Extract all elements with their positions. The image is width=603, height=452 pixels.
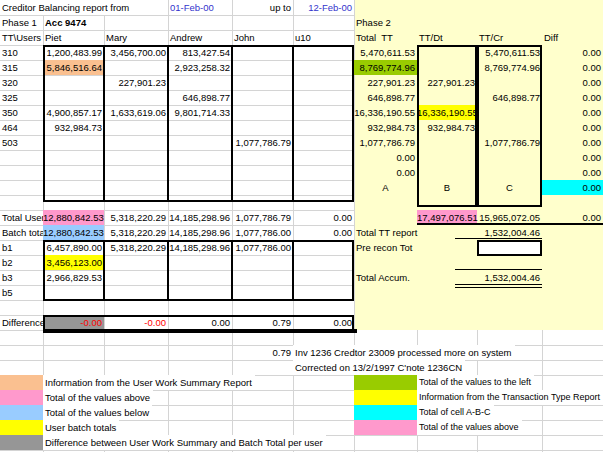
- difference-label[interactable]: Difference: [0, 315, 43, 330]
- batch-b3-label[interactable]: b3: [0, 270, 43, 285]
- cell-F16[interactable]: 0.00: [293, 225, 354, 240]
- legend-swatch-cyan[interactable]: [354, 405, 417, 420]
- legend-text-pink-left[interactable]: Total of the values above: [43, 390, 153, 405]
- cell-J7[interactable]: 0.00: [542, 90, 603, 105]
- legend-swatch-yellow-right[interactable]: [354, 390, 417, 405]
- col-header-john[interactable]: John: [232, 30, 293, 45]
- legend-swatch-pink-left[interactable]: [0, 390, 43, 405]
- batch-column-divider: [292, 240, 294, 301]
- legend-text-cyan[interactable]: Total of cell A-B-C: [417, 405, 494, 420]
- legend-swatch-pink-right[interactable]: [354, 420, 417, 435]
- cell-C15[interactable]: 5,318,220.29: [104, 210, 168, 225]
- legend-text-orange[interactable]: Information from the User Work Summary R…: [43, 375, 255, 390]
- cell-G11[interactable]: 0.00: [354, 150, 417, 165]
- phase1-column-divider: [292, 45, 294, 202]
- tt-code-350[interactable]: 350: [0, 105, 43, 120]
- cell-G6[interactable]: 227,901.23: [354, 75, 417, 90]
- highlight-cyan-cell[interactable]: 0.00: [542, 180, 603, 195]
- phase1-label[interactable]: Phase 1: [0, 15, 43, 30]
- cell-J9[interactable]: 0.00: [542, 120, 603, 135]
- col-header-diff[interactable]: Diff: [542, 30, 603, 45]
- col-header-mary[interactable]: Mary: [104, 30, 168, 45]
- cell-J12[interactable]: 0.00: [542, 165, 603, 180]
- batch-total-label[interactable]: Batch tota: [0, 225, 43, 240]
- batch-column-divider: [103, 240, 105, 301]
- date-from[interactable]: 01-Feb-00: [168, 0, 232, 15]
- batch-b1-label[interactable]: b1: [0, 240, 43, 255]
- tt-code-503[interactable]: 503: [0, 135, 43, 150]
- legend-text-blue[interactable]: Total of the values below: [43, 405, 152, 420]
- cell-E16[interactable]: 1,077,786.00: [232, 225, 293, 240]
- batch-column-divider: [231, 240, 233, 301]
- date-to[interactable]: 12-Feb-00: [293, 0, 354, 15]
- legend-swatch-orange[interactable]: [0, 375, 43, 390]
- phase1-data-box: [43, 45, 354, 202]
- legend-text-gray[interactable]: Difference between User Work Summary and…: [43, 435, 326, 450]
- phase2-label[interactable]: Phase 2: [354, 15, 417, 30]
- total-user-piet[interactable]: 12,880,842.53: [43, 210, 104, 225]
- col-header-tt-dt[interactable]: TT/Dt: [417, 30, 477, 45]
- correction-note[interactable]: Corrected on 13/2/1997 C'note 1236CN: [293, 360, 465, 375]
- note-amount[interactable]: 0.79: [232, 345, 293, 360]
- pre-recon-label[interactable]: Pre recon Tot: [354, 240, 417, 255]
- cell-C16[interactable]: 5,318,220.29: [104, 225, 168, 240]
- cell-J4[interactable]: 0.00: [542, 45, 603, 60]
- cell-G7[interactable]: 646,898.77: [354, 90, 417, 105]
- cell-J8[interactable]: 0.00: [542, 105, 603, 120]
- total-tt-report-label[interactable]: Total TT report: [354, 225, 417, 240]
- total-user-label[interactable]: Total User: [0, 210, 43, 225]
- legend-text-yellow-right[interactable]: Information from the Transaction Type Re…: [417, 390, 603, 405]
- cell-E15[interactable]: 1,077,786.79: [232, 210, 293, 225]
- cell-D15[interactable]: 14,185,298.96: [168, 210, 232, 225]
- phase1-column-divider: [167, 45, 169, 202]
- label-cell-a[interactable]: A: [354, 180, 417, 195]
- highlight-green-cell[interactable]: 8,769,774.96: [354, 60, 417, 75]
- cell-D16[interactable]: 14,185,298.96: [168, 225, 232, 240]
- legend-text-green[interactable]: Total of the values to the left: [417, 375, 534, 390]
- phase1-column-divider: [103, 45, 105, 202]
- col-header-tt-users[interactable]: TT\Users: [0, 30, 43, 45]
- total-accum-value[interactable]: 1,532,004.46: [477, 270, 542, 285]
- up-to-label[interactable]: up to: [232, 0, 293, 15]
- legend-text-yellow-left[interactable]: User batch totals: [43, 420, 119, 435]
- cell-J10[interactable]: 0.00: [542, 135, 603, 150]
- cell-J5[interactable]: 0.00: [542, 60, 603, 75]
- tt-dt-box: [417, 45, 477, 207]
- legend-text-pink-right[interactable]: Total of the values above: [417, 420, 522, 435]
- batch-column-divider: [167, 240, 169, 301]
- col-header-tt-cr[interactable]: TT/Cr: [477, 30, 542, 45]
- col-header-piet[interactable]: Piet: [43, 30, 104, 45]
- legend-swatch-gray[interactable]: [0, 435, 43, 450]
- legend-swatch-blue[interactable]: [0, 405, 43, 420]
- spreadsheet[interactable]: Creditor Balancing report from01-Feb-00u…: [0, 0, 603, 452]
- note-text[interactable]: Inv 1236 Credtor 23009 processed more on…: [293, 345, 515, 360]
- col-header-total-tt[interactable]: Total TT: [354, 30, 417, 45]
- tt-code-325[interactable]: 325: [0, 90, 43, 105]
- tt-code-310[interactable]: 310: [0, 45, 43, 60]
- batch-b2-label[interactable]: b2: [0, 255, 43, 270]
- tt-code-315[interactable]: 315: [0, 60, 43, 75]
- cell-F15[interactable]: 0.00: [293, 210, 354, 225]
- difference-bottom-bar: [43, 329, 357, 333]
- tt-code-320[interactable]: 320: [0, 75, 43, 90]
- col-header-u10[interactable]: u10: [293, 30, 354, 45]
- legend-swatch-yellow-left[interactable]: [0, 420, 43, 435]
- batch-b5-label[interactable]: b5: [0, 285, 43, 300]
- cell-J11[interactable]: 0.00: [542, 150, 603, 165]
- col-header-andrew[interactable]: Andrew: [168, 30, 232, 45]
- cell-G8[interactable]: 16,336,190.55: [354, 105, 417, 120]
- batch-total-piet[interactable]: 12,880,842.53: [43, 225, 104, 240]
- total-accum-topline: [455, 269, 542, 270]
- report-title[interactable]: Creditor Balancing report from: [0, 0, 132, 15]
- cell-G10[interactable]: 1,077,786.79: [354, 135, 417, 150]
- total-accum-label[interactable]: Total Accum.: [354, 270, 417, 285]
- cell-G12[interactable]: 0.00: [354, 165, 417, 180]
- cell-G9[interactable]: 932,984.73: [354, 120, 417, 135]
- cell-G4[interactable]: 5,470,611.53: [354, 45, 417, 60]
- gridline: [354, 450, 603, 451]
- total-accum-double-underline: [455, 284, 542, 285]
- cell-J6[interactable]: 0.00: [542, 75, 603, 90]
- tt-code-464[interactable]: 464: [0, 120, 43, 135]
- account-number[interactable]: Acc 9474: [43, 15, 104, 30]
- legend-swatch-green[interactable]: [354, 375, 417, 390]
